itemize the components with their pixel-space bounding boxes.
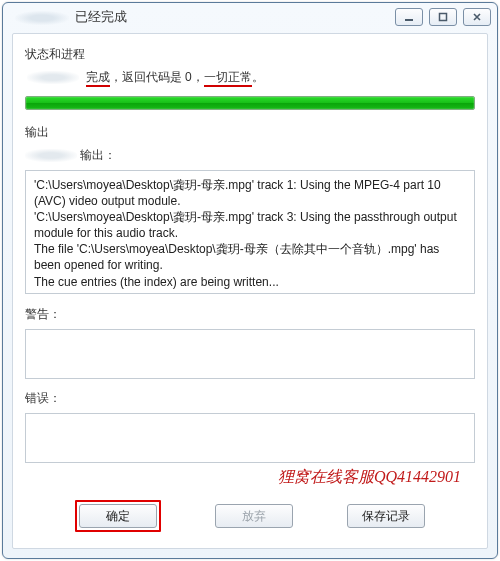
err-textarea[interactable]	[25, 413, 475, 463]
output-section-label: 输出	[25, 124, 475, 141]
window-title: 已经完成	[9, 8, 395, 26]
warn-section-label: 警告：	[25, 306, 475, 323]
ok-button-label: 确定	[106, 508, 130, 525]
svg-rect-1	[440, 14, 447, 21]
close-button[interactable]	[463, 8, 491, 26]
output-head: 输出：	[25, 147, 475, 164]
status-section-label: 状态和进程	[25, 46, 475, 63]
abort-button-label: 放弃	[242, 508, 266, 525]
dialog-window: 已经完成 状态和进程 完成，返回代码是 0，一切正常。 输出 输出： 'C:\U…	[2, 2, 498, 559]
window-title-text: 已经完成	[75, 9, 127, 24]
titlebar: 已经完成	[3, 3, 497, 31]
ok-button[interactable]: 确定	[79, 504, 157, 528]
maximize-button[interactable]	[429, 8, 457, 26]
status-tail: 。	[252, 70, 264, 84]
status-obscured	[27, 71, 79, 84]
ok-highlight-frame: 确定	[75, 500, 161, 532]
progress-bar	[25, 96, 475, 110]
output-head-suffix: 输出：	[77, 148, 116, 162]
output-head-obscured	[25, 149, 77, 162]
close-icon	[472, 12, 482, 22]
button-row: 确定 放弃 保存记录	[25, 488, 475, 536]
save-log-button-label: 保存记录	[362, 508, 410, 525]
output-textarea[interactable]: 'C:\Users\moyea\Desktop\龚玥-母亲.mpg' track…	[25, 170, 475, 295]
err-section-label: 错误：	[25, 390, 475, 407]
minimize-icon	[404, 12, 414, 22]
minimize-button[interactable]	[395, 8, 423, 26]
abort-button[interactable]: 放弃	[215, 504, 293, 528]
watermark-text: 狸窝在线客服QQ41442901	[25, 463, 475, 488]
save-log-button[interactable]: 保存记录	[347, 504, 425, 528]
client-area: 状态和进程 完成，返回代码是 0，一切正常。 输出 输出： 'C:\Users\…	[12, 33, 488, 549]
status-done: 完成	[86, 70, 110, 87]
svg-rect-0	[405, 19, 413, 21]
window-controls	[395, 8, 491, 26]
output-text: 'C:\Users\moyea\Desktop\龚玥-母亲.mpg' track…	[26, 171, 474, 295]
status-ok: 一切正常	[204, 70, 252, 87]
status-mid: ，返回代码是 0，	[110, 70, 204, 84]
warn-textarea[interactable]	[25, 329, 475, 379]
title-obscured	[15, 11, 69, 25]
status-line: 完成，返回代码是 0，一切正常。	[27, 69, 475, 86]
maximize-icon	[438, 12, 448, 22]
